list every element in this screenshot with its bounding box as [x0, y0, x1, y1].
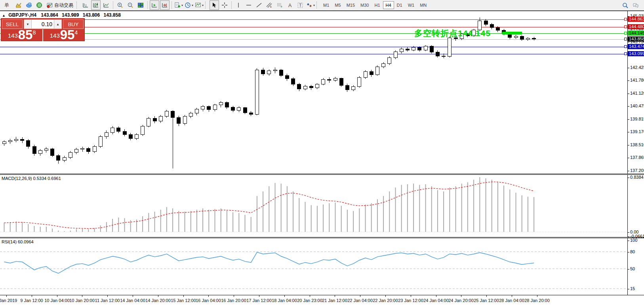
pivot-annotation: 多空转折点144.145 — [414, 28, 491, 39]
price-tick: 142.425 — [628, 65, 644, 70]
label-tool-icon[interactable]: T — [295, 0, 305, 10]
time-tick — [259, 295, 259, 297]
tab-timeframe-m15[interactable]: M15 — [344, 1, 358, 9]
toolbar-grip — [316, 2, 319, 9]
dropdown-caret-icon: ▾ — [202, 4, 204, 7]
rsi-scale-label: 50 — [628, 266, 635, 271]
tab-timeframe-mn[interactable]: MN — [417, 1, 429, 9]
ohlc-close: 143.858 — [104, 12, 121, 18]
time-label: 14 Jan 20:00 — [145, 298, 171, 303]
add-indicator-icon[interactable]: ▾ — [174, 0, 183, 10]
macd-panel[interactable] — [0, 175, 627, 237]
price-tag: 143.099 — [628, 51, 644, 56]
mt4-terminal: { "toolbar": { "partial_button": "单", "a… — [0, 0, 644, 306]
trendline-tool-icon[interactable] — [254, 0, 264, 10]
toolbar-separator — [147, 1, 148, 9]
toolbar-separator — [231, 1, 232, 9]
main-chart-panel[interactable] — [0, 11, 627, 174]
price-tag: 143.858 — [628, 36, 644, 42]
time-tick — [107, 295, 108, 297]
market-icon[interactable] — [24, 0, 34, 10]
time-tick — [537, 295, 537, 297]
time-label: 8 Jan 2019 — [0, 298, 17, 303]
zoom-out-icon[interactable] — [126, 0, 135, 10]
price-tag: 144.480 — [628, 24, 644, 29]
bar-chart-type-icon[interactable] — [81, 0, 90, 10]
tile-windows-icon[interactable] — [136, 0, 145, 10]
line-anchor-icon — [624, 18, 627, 21]
tab-timeframe-m30[interactable]: M30 — [358, 1, 372, 9]
time-tick — [411, 295, 411, 297]
tab-timeframe-h4[interactable]: H4 — [383, 1, 394, 9]
time-label: 15 Jan 12:00 — [171, 298, 196, 303]
time-tick — [385, 295, 386, 297]
signals-icon[interactable] — [34, 0, 44, 10]
collapse-arrow-icon[interactable]: ▲ — [2, 13, 6, 17]
line-anchor-icon — [624, 52, 627, 55]
toolbar-separator — [171, 1, 172, 9]
auto-scroll-icon[interactable] — [150, 0, 159, 10]
svg-text:E: E — [270, 6, 272, 8]
time-label: 24 Jan 20:00 — [448, 298, 474, 303]
chat-icon[interactable] — [631, 1, 640, 10]
toolbar-grip — [205, 2, 208, 9]
fibonacci-tool-icon[interactable]: F — [275, 0, 284, 10]
time-label: 22 Jan 20:00 — [373, 298, 398, 303]
time-label: 28 Jan 20:00 — [524, 298, 550, 303]
price-axis[interactable]: 145.035144.390143.730142.425141.780141.1… — [628, 11, 644, 295]
horizontal-line-tool-icon[interactable] — [244, 0, 253, 10]
time-tick — [57, 295, 57, 297]
crosshair-icon[interactable] — [220, 0, 229, 10]
time-label: 23 Jan 12:00 — [398, 298, 423, 303]
buy-price[interactable]: 143 95 4 — [43, 29, 84, 41]
time-tick — [32, 295, 32, 297]
search-icon[interactable] — [621, 1, 630, 10]
zoom-in-icon[interactable] — [115, 0, 125, 10]
time-tick — [208, 295, 209, 297]
tab-timeframe-m1[interactable]: M1 — [320, 1, 332, 9]
candlestick-chart-type-icon[interactable] — [91, 0, 101, 10]
sell-price-prefix: 143 — [8, 31, 18, 41]
price-tag: 144.145 — [628, 31, 644, 36]
time-label: 20 Jan 23:00 — [297, 298, 322, 303]
sell-price[interactable]: 143 85 8 — [1, 29, 43, 41]
line-chart-type-icon[interactable] — [101, 0, 111, 10]
autotrading-button[interactable]: 自动交易 — [45, 0, 75, 10]
text-tool-icon[interactable]: A — [285, 0, 295, 10]
rsi-scale-label: 100 — [628, 238, 637, 243]
line-anchor-icon — [624, 38, 627, 40]
rsi-panel[interactable] — [0, 238, 627, 295]
time-label: 24 Jan 04:00 — [423, 298, 449, 303]
time-axis[interactable]: 8 Jan 20199 Jan 12:0010 Jan 04:0010 Jan … — [0, 295, 644, 306]
rsi-scale-label: 80 — [628, 249, 635, 254]
new-order-button[interactable]: 单 — [0, 0, 13, 10]
arrows-tool-icon[interactable]: ▾ — [306, 0, 315, 10]
svg-text:F: F — [281, 6, 282, 8]
price-tick: 139.170 — [628, 129, 644, 134]
vertical-line-tool-icon[interactable] — [234, 0, 243, 10]
volume-input[interactable] — [32, 20, 54, 29]
buy-price-prefix: 143 — [50, 31, 60, 41]
tab-timeframe-w1[interactable]: W1 — [405, 1, 417, 9]
time-tick — [486, 295, 487, 297]
svg-text:T: T — [299, 3, 302, 8]
tab-timeframe-h1[interactable]: H1 — [372, 1, 383, 9]
chart-title: ▲ GBPJPY-,H4 143.864 143.989 143.806 143… — [2, 12, 121, 18]
charts-icon[interactable] — [14, 0, 23, 10]
time-label: 16 Jan 20:00 — [221, 298, 246, 303]
time-tick — [82, 295, 82, 297]
time-label: 18 Jan 04:00 — [272, 298, 297, 303]
rsi-scale-label: 15 — [628, 286, 635, 291]
dropdown-caret-icon: ▾ — [192, 4, 193, 7]
period-icon[interactable]: ▾ — [184, 0, 194, 10]
tab-timeframe-m5[interactable]: M5 — [332, 1, 343, 9]
one-click-trading-panel: SELL ▼ ▲ BUY 143 85 8 143 95 4 — [1, 18, 85, 41]
chart-shift-icon[interactable] — [160, 0, 170, 10]
tab-timeframe-d1[interactable]: D1 — [394, 1, 405, 9]
time-label: 17 Jan 12:00 — [246, 298, 272, 303]
cursor-icon[interactable] — [210, 0, 219, 10]
equidistant-channel-tool-icon[interactable]: E — [265, 0, 274, 10]
price-tick: 140.475 — [628, 103, 644, 108]
price-tick: 138.510 — [628, 142, 644, 147]
template-icon[interactable]: ▾ — [194, 0, 204, 10]
